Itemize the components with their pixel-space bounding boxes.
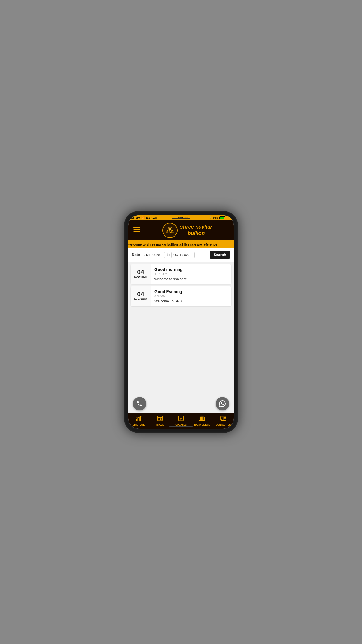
svg-rect-6 [140,416,141,421]
to-date-input[interactable] [171,252,195,258]
battery-body [219,216,225,219]
card-title-2: Good Evening [154,289,228,294]
live-rate-label: LIVE RATE [133,424,145,426]
svg-rect-0 [133,227,140,228]
svg-rect-1 [133,229,140,230]
nav-bank-detail[interactable]: BANK DETAIL [191,415,212,426]
card-title-1: Good morning [154,267,228,272]
svg-rect-7 [157,416,162,421]
marquee-text: welcome to shree navkar bullion ,all liv… [128,243,217,246]
phone-screen: No SIM 📶 110 KB/s 4:07 PM 🔒 98% ⚡ [128,215,234,429]
card-day-2: 04 [137,291,144,298]
svg-rect-18 [204,417,205,420]
card-month-year-1: Nov 2020 [134,275,147,279]
charging-icon: ⚡ [228,216,231,219]
trade-icon [157,415,163,423]
phone-bottom-bar [169,426,193,427]
main-content: Date to Search 04 Nov 2020 Good morning … [128,248,234,413]
battery-fill [220,217,224,219]
card-body-2: Good Evening 4:37PM Welcome To SNB.... [151,286,231,306]
card-time-1: 11:15AM [154,272,228,276]
network-speed: 110 KB/s [146,216,157,219]
svg-rect-16 [201,417,202,420]
from-date-input[interactable] [142,252,165,258]
card-preview-1: welcome to snb spot.... [154,277,228,281]
bank-detail-icon [199,415,205,423]
empty-space [128,309,234,394]
live-rate-icon [136,415,142,423]
phone-fab[interactable] [133,397,146,410]
card-month-year-2: Nov 2020 [134,298,147,302]
card-date-2: 04 Nov 2020 [131,286,151,306]
brand-name: shree navkar bullion [180,224,212,237]
to-label: to [167,253,170,257]
card-day-1: 04 [137,269,144,275]
nav-updates[interactable]: UPDATES [171,415,191,426]
svg-rect-17 [203,417,203,420]
search-button[interactable]: Search [210,251,230,259]
contact-us-label: CONTACT US [216,424,231,426]
marquee-banner: welcome to shree navkar bullion ,all liv… [128,240,234,248]
notification-card-2[interactable]: 04 Nov 2020 Good Evening 4:37PM Welcome … [131,286,231,306]
app-header: 👑 SNB shree navkar bullion [128,220,234,240]
svg-rect-15 [200,417,201,420]
updates-icon [178,415,184,423]
notification-card[interactable]: 04 Nov 2020 Good morning 11:15AM welcome… [131,264,231,284]
battery-icon [219,216,226,219]
wifi-icon: 📶 [141,216,145,219]
logo-circle: 👑 SNB [162,223,178,238]
phone-speaker [172,218,190,219]
phone-shell: No SIM 📶 110 KB/s 4:07 PM 🔒 98% ⚡ [124,211,238,433]
svg-rect-19 [199,420,205,421]
search-bar: Date to Search [128,248,234,262]
hamburger-button[interactable] [132,227,142,235]
bank-detail-label: BANK DETAIL [194,424,210,426]
logo-snb-text: 👑 SNB [166,227,174,234]
card-body-1: Good morning 11:15AM welcome to snb spot… [151,264,231,284]
svg-rect-2 [133,231,140,232]
date-label: Date [132,253,140,257]
floating-buttons [128,394,234,413]
nav-contact-us[interactable]: CONTACT US [213,415,234,426]
card-time-2: 4:37PM [154,295,228,298]
svg-rect-4 [138,418,138,421]
nav-live-rate[interactable]: LIVE RATE [128,415,149,426]
whatsapp-fab[interactable] [216,397,229,410]
card-preview-2: Welcome To SNB.... [154,299,228,303]
sim-status: No SIM [131,216,140,219]
status-right: 🔒 98% ⚡ [209,216,231,219]
card-date-1: 04 Nov 2020 [131,264,151,284]
svg-point-22 [222,417,223,419]
svg-rect-3 [136,419,137,421]
battery-tip [226,217,226,219]
notification-list: 04 Nov 2020 Good morning 11:15AM welcome… [128,262,234,309]
logo-container: 👑 SNB shree navkar bullion [145,223,230,238]
status-left: No SIM 📶 110 KB/s [131,216,157,219]
battery-percent: 98% [213,216,218,219]
trade-label: TRADE [156,424,164,426]
contact-us-icon [220,415,226,423]
lock-icon: 🔒 [209,216,212,219]
nav-trade[interactable]: TRADE [149,415,170,426]
